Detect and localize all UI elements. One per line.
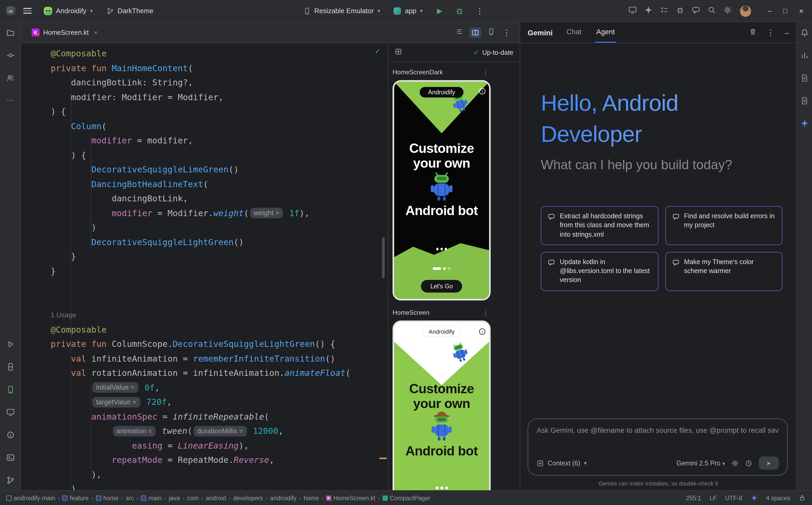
notifications-button[interactable] bbox=[800, 28, 809, 38]
breadcrumb-item[interactable]: feature bbox=[63, 495, 89, 501]
vcs-branch-selector[interactable]: DarkTheme bbox=[102, 3, 158, 18]
profiler-bars-icon bbox=[800, 51, 809, 59]
device-explorer-button[interactable] bbox=[800, 74, 809, 84]
breadcrumb-item[interactable]: androidify-main bbox=[6, 495, 55, 501]
info-icon[interactable]: i bbox=[479, 328, 485, 335]
breadcrumb-item[interactable]: src bbox=[126, 495, 134, 501]
maximize-button[interactable]: □ bbox=[783, 7, 788, 14]
avatar[interactable] bbox=[739, 4, 752, 17]
preview-options-icon[interactable]: ⋮ bbox=[481, 309, 491, 316]
settings-button[interactable] bbox=[723, 6, 732, 16]
preview-options-icon[interactable]: ⋮ bbox=[481, 69, 491, 75]
gemini-prompt-input[interactable] bbox=[537, 427, 779, 435]
caret-position[interactable]: 255:1 bbox=[686, 495, 701, 501]
preview-homescreen[interactable]: Androidify i Customize your own Android … bbox=[392, 321, 491, 490]
window-controls: – □ × bbox=[768, 7, 807, 15]
preview-homescreendark[interactable]: Androidify i Customize your own Android … bbox=[392, 80, 491, 301]
code-line: } bbox=[51, 264, 388, 278]
run-more-button[interactable]: ⋮ bbox=[472, 3, 487, 18]
suggestion-card[interactable]: Find and resolve build errors in my proj… bbox=[665, 206, 783, 245]
close-tab-icon[interactable]: × bbox=[94, 29, 98, 36]
more-tool-windows-button[interactable]: ⋯ bbox=[7, 97, 14, 105]
notes-tool-button[interactable] bbox=[800, 97, 809, 107]
ai-spark-icon[interactable] bbox=[751, 494, 758, 501]
indent-info[interactable]: 4 spaces bbox=[766, 495, 790, 501]
project-tool-button[interactable] bbox=[6, 28, 14, 38]
history-clock-icon[interactable] bbox=[745, 459, 752, 467]
pull-requests-tool-button[interactable] bbox=[6, 74, 14, 84]
breadcrumb-separator: › bbox=[164, 495, 166, 501]
suggestion-card[interactable]: Extract all hardcoded strings from this … bbox=[541, 206, 658, 245]
terminal-tool-button[interactable] bbox=[6, 453, 14, 463]
breadcrumb-item[interactable]: CompactPager bbox=[382, 495, 430, 501]
editor-scrollbar[interactable] bbox=[382, 237, 385, 278]
code-line bbox=[51, 293, 388, 307]
view-split-button[interactable] bbox=[470, 27, 481, 38]
run-config-selector[interactable]: app ▾ bbox=[390, 3, 427, 18]
context-selector[interactable]: Context (6) bbox=[548, 459, 580, 467]
gemini-chat-button[interactable] bbox=[692, 6, 700, 16]
info-icon[interactable]: i bbox=[479, 88, 485, 95]
androidify-pill: Androidify bbox=[422, 326, 461, 337]
lets-go-button[interactable]: Let's Go bbox=[421, 280, 462, 293]
app-insights-button[interactable] bbox=[676, 6, 684, 16]
breadcrumb-item[interactable]: developers bbox=[233, 495, 263, 501]
project-selector[interactable]: Androidify ▾ bbox=[39, 3, 97, 18]
editor-options-button[interactable]: ⋮ bbox=[501, 28, 512, 37]
minimize-button[interactable]: – bbox=[768, 7, 771, 14]
commit-tool-button[interactable] bbox=[6, 51, 14, 61]
readonly-lock-icon[interactable] bbox=[799, 494, 806, 501]
git-branch-icon bbox=[107, 7, 114, 14]
profiler-tool-button[interactable] bbox=[800, 51, 809, 61]
preview-layout-button[interactable] bbox=[395, 48, 402, 57]
hide-panel-button[interactable]: – bbox=[785, 28, 789, 37]
main-menu-button[interactable] bbox=[21, 4, 34, 18]
line-separator[interactable]: LF bbox=[710, 495, 717, 501]
chat-bubble-icon bbox=[548, 259, 555, 266]
code-assist-button[interactable] bbox=[644, 6, 653, 16]
breadcrumb-item[interactable]: java bbox=[169, 495, 180, 501]
indent-guide bbox=[91, 133, 91, 249]
code-editor[interactable]: @Composableprivate fun MainHomeContent( … bbox=[21, 43, 388, 490]
preview-scroll-area[interactable]: HomeScreenDark ⋮ Androidify i Customize … bbox=[388, 62, 520, 490]
device-manager-button[interactable] bbox=[6, 408, 14, 418]
version-control-tool-button[interactable] bbox=[6, 476, 14, 486]
search-everywhere-button[interactable] bbox=[707, 6, 716, 16]
gemini-input-box[interactable]: Context (6) ▾ Gemini 2.5 Pro ▾ bbox=[528, 418, 788, 476]
task-list-button[interactable] bbox=[660, 6, 669, 16]
suggestion-card[interactable]: Make my Theme's color scheme warmer bbox=[665, 252, 783, 291]
inspections-ok-icon[interactable]: ✓ bbox=[375, 47, 380, 55]
debug-button[interactable] bbox=[452, 3, 467, 18]
view-design-button[interactable] bbox=[487, 28, 495, 37]
breadcrumb-item[interactable]: com bbox=[187, 495, 198, 501]
tab-chat[interactable]: Chat bbox=[565, 22, 582, 43]
attach-context-icon[interactable] bbox=[537, 459, 544, 467]
gemini-settings-gear-icon[interactable] bbox=[731, 459, 739, 467]
gemini-options-button[interactable]: ⋮ bbox=[765, 28, 776, 36]
breadcrumb-item[interactable]: android bbox=[206, 495, 226, 501]
code-line: modifier: Modifier = Modifier, bbox=[51, 90, 388, 105]
model-selector[interactable]: Gemini 2.5 Pro ▾ bbox=[676, 459, 725, 467]
clear-chat-button[interactable] bbox=[749, 28, 757, 37]
gemini-tool-button[interactable] bbox=[800, 119, 809, 129]
file-encoding[interactable]: UTF-8 bbox=[725, 495, 742, 501]
run-tool-button[interactable] bbox=[6, 340, 14, 350]
tab-agent[interactable]: Agent bbox=[595, 22, 616, 43]
view-code-button[interactable] bbox=[456, 28, 463, 37]
layout-inspector-button[interactable] bbox=[6, 363, 14, 373]
close-button[interactable]: × bbox=[799, 7, 804, 15]
problems-tool-button[interactable] bbox=[6, 431, 14, 441]
gemini-subtitle: What can I help you build today? bbox=[541, 157, 796, 172]
send-button[interactable] bbox=[759, 457, 779, 470]
device-mirroring-button[interactable] bbox=[628, 6, 637, 16]
breadcrumb-item[interactable]: main bbox=[141, 495, 162, 501]
tab-homescreen-kt[interactable]: K HomeScreen.kt × bbox=[26, 22, 103, 43]
suggestion-card[interactable]: Update kotlin in @libs.version.toml to t… bbox=[541, 252, 658, 291]
running-devices-button[interactable] bbox=[6, 385, 14, 395]
breadcrumb-item[interactable]: androidify bbox=[270, 495, 297, 501]
device-selector[interactable]: Resizable Emulator ▾ bbox=[299, 3, 384, 18]
breadcrumb-item[interactable]: home bbox=[304, 495, 319, 501]
run-button[interactable]: ▶ bbox=[432, 3, 447, 18]
breadcrumb-item[interactable]: home bbox=[96, 495, 119, 501]
breadcrumb-item[interactable]: KHomeScreen.kt bbox=[326, 495, 375, 501]
